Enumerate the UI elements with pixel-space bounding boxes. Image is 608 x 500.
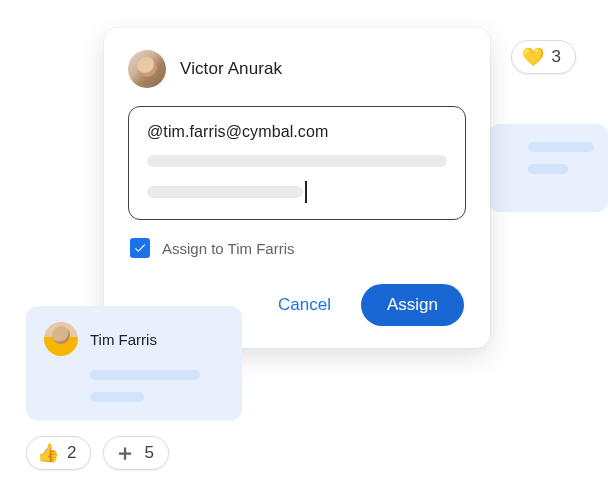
assignee-name: Tim Farris (90, 331, 157, 348)
background-card (488, 124, 608, 212)
placeholder-line (90, 370, 200, 380)
commenter-name: Victor Anurak (180, 59, 282, 79)
thumbs-up-icon: 👍 (37, 444, 59, 462)
placeholder-line (528, 164, 568, 174)
reaction-chip-add[interactable]: ＋ 5 (103, 436, 168, 470)
check-icon (133, 241, 147, 255)
text-caret (305, 181, 307, 203)
assign-checkbox[interactable] (130, 238, 150, 258)
mention-text: @tim.farris@cymbal.com (147, 123, 447, 141)
placeholder-line (147, 186, 303, 198)
reaction-row: 👍 2 ＋ 5 (26, 436, 169, 470)
comment-input[interactable]: @tim.farris@cymbal.com (128, 106, 466, 220)
placeholder-line (147, 155, 447, 167)
dialog-header: Victor Anurak (128, 50, 466, 88)
assign-row[interactable]: Assign to Tim Farris (128, 238, 466, 258)
plus-icon: ＋ (114, 442, 136, 464)
cancel-button[interactable]: Cancel (274, 289, 335, 321)
reaction-chip-heart[interactable]: 💛 3 (511, 40, 576, 74)
assignee-avatar (44, 322, 78, 356)
assign-label: Assign to Tim Farris (162, 240, 295, 257)
assign-button[interactable]: Assign (361, 284, 464, 326)
heart-icon: 💛 (522, 48, 544, 66)
placeholder-line (528, 142, 594, 152)
reaction-count: 5 (144, 443, 153, 463)
reaction-count: 2 (67, 443, 76, 463)
assignee-card[interactable]: Tim Farris (26, 306, 242, 420)
placeholder-line (90, 392, 144, 402)
comment-dialog: Victor Anurak @tim.farris@cymbal.com Ass… (104, 28, 490, 348)
reaction-chip-thumbs[interactable]: 👍 2 (26, 436, 91, 470)
reaction-count: 3 (552, 47, 561, 67)
commenter-avatar (128, 50, 166, 88)
